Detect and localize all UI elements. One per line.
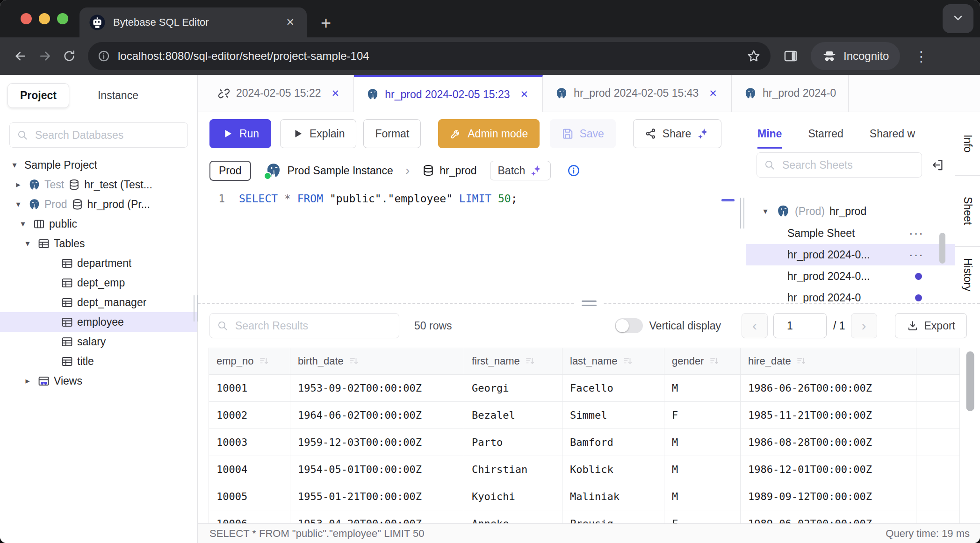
cell-first-name[interactable]: Anneke (464, 510, 562, 523)
cell-first-name[interactable]: Georgi (464, 375, 562, 401)
cell-gender[interactable]: F (664, 510, 741, 523)
cell-gender[interactable]: M (664, 429, 741, 456)
reload-button[interactable] (59, 46, 79, 66)
tree-item[interactable]: ▾ public (0, 214, 197, 234)
tree-caret-icon[interactable]: ▸ (12, 179, 24, 190)
page-number-input[interactable] (773, 313, 827, 338)
close-editor-tab-icon[interactable]: ✕ (330, 87, 342, 100)
tree-item[interactable]: ▾ Sample Project (0, 155, 197, 175)
rail-tab-info[interactable]: Info (955, 112, 980, 176)
format-button[interactable]: Format (363, 119, 421, 148)
close-editor-tab-icon[interactable]: ✕ (518, 88, 530, 101)
sheets-tab[interactable]: Mine (757, 128, 782, 149)
table-row[interactable]: 10006 1953-04-20T00:00:00Z Anneke Preusi… (209, 510, 980, 523)
cell-emp-no[interactable]: 10002 (209, 402, 290, 429)
rail-tab-sheet[interactable]: Sheet (955, 176, 980, 247)
rail-tab-history[interactable]: History (955, 247, 980, 303)
table-row[interactable]: 10005 1955-01-21T00:00:00Z Kyoichi Malin… (209, 483, 980, 510)
site-info-icon[interactable] (97, 50, 110, 63)
maximize-window-button[interactable] (57, 13, 68, 24)
tree-caret-icon[interactable]: ▾ (12, 199, 24, 209)
table-row[interactable]: 10001 1953-09-02T00:00:00Z Georgi Facell… (209, 375, 980, 402)
cell-last-name[interactable]: Maliniak (562, 483, 664, 510)
cell-birth-date[interactable]: 1959-12-03T00:00:00Z (290, 429, 464, 456)
panel-resize-handle[interactable] (740, 198, 744, 229)
cell-emp-no[interactable]: 10006 (209, 510, 290, 523)
sort-icon[interactable] (709, 356, 720, 367)
environment-chip[interactable]: Prod (209, 161, 251, 181)
export-button[interactable]: Export (895, 313, 967, 338)
cell-hire-date[interactable]: 1986-12-01T00:00:00Z (741, 456, 916, 483)
cell-gender[interactable]: F (664, 402, 741, 429)
new-tab-button[interactable]: + (316, 12, 336, 34)
tree-caret-icon[interactable]: ▸ (22, 376, 34, 386)
cell-gender[interactable]: M (664, 375, 741, 401)
address-bar[interactable]: localhost:8080/sql-editor/sheet/project-… (88, 42, 771, 70)
sidebar-resize-handle[interactable] (194, 295, 198, 322)
cell-last-name[interactable]: Facello (562, 375, 664, 401)
sql-editor[interactable]: 1 SELECT * FROM "public"."employee" LIMI… (198, 186, 746, 303)
table-row[interactable]: 10003 1959-12-03T00:00:00Z Parto Bamford… (209, 429, 980, 456)
cell-emp-no[interactable]: 10004 (209, 456, 290, 483)
column-header[interactable]: gender (664, 348, 741, 374)
sheet-item[interactable]: Sample Sheet ··· (746, 222, 955, 244)
batch-button[interactable]: Batch (490, 161, 551, 180)
panel-drag-handle[interactable] (576, 297, 603, 309)
share-button[interactable]: Share (633, 119, 721, 148)
editor-tab[interactable]: hr_prod 2024-02-05 15:23 ✕ (354, 75, 543, 112)
scrollbar-thumb[interactable] (966, 351, 974, 411)
browser-menu-button[interactable]: ⋮ (910, 48, 932, 64)
column-header[interactable]: emp_no (209, 348, 290, 374)
tree-item[interactable]: employee (0, 312, 197, 332)
sheets-tab[interactable]: Shared w (870, 128, 915, 149)
close-editor-tab-icon[interactable]: ✕ (707, 87, 719, 100)
sidebar-tab[interactable]: Instance (85, 83, 151, 108)
column-header[interactable]: first_name (464, 348, 562, 374)
cell-emp-no[interactable]: 10005 (209, 483, 290, 510)
table-row[interactable]: 10002 1964-06-02T00:00:00Z Bezalel Simme… (209, 402, 980, 429)
editor-tab[interactable]: hr_prod 2024-0 ✕ (732, 75, 849, 112)
next-page-button[interactable]: › (851, 313, 877, 338)
tree-caret-icon[interactable]: ▾ (8, 160, 21, 170)
table-scrollbar[interactable] (959, 348, 980, 523)
run-button[interactable]: Run (209, 119, 271, 148)
browser-tab[interactable]: Bytebase SQL Editor ✕ (79, 7, 307, 37)
tree-item[interactable]: dept_manager (0, 293, 197, 312)
tree-item[interactable]: dept_emp (0, 273, 197, 293)
sort-icon[interactable] (525, 356, 536, 367)
column-header[interactable]: hire_date (741, 348, 916, 374)
cell-hire-date[interactable]: 1986-08-28T00:00:00Z (741, 429, 916, 456)
sheet-item[interactable]: hr_prod 2024-0... (746, 265, 955, 287)
cell-emp-no[interactable]: 10001 (209, 375, 290, 401)
sort-icon[interactable] (259, 356, 270, 367)
prev-page-button[interactable]: ‹ (742, 313, 768, 338)
sheets-group-row[interactable]: ▾ (Prod) hr_prod (746, 200, 955, 222)
cell-hire-date[interactable]: 1985-11-21T00:00:00Z (741, 402, 916, 429)
close-tab-icon[interactable]: ✕ (283, 14, 297, 30)
cell-hire-date[interactable]: 1989-06-02T00:00:00Z (741, 510, 916, 523)
cell-last-name[interactable]: Koblick (562, 456, 664, 483)
cell-last-name[interactable]: Bamford (562, 429, 664, 456)
cell-last-name[interactable]: Simmel (562, 402, 664, 429)
sheets-tab[interactable]: Starred (808, 128, 843, 149)
cell-gender[interactable]: M (664, 456, 741, 483)
tree-item[interactable]: ▸ Views (0, 371, 197, 391)
close-window-button[interactable] (21, 13, 32, 24)
tree-caret-icon[interactable]: ▾ (17, 219, 29, 229)
cell-hire-date[interactable]: 1989-09-12T00:00:00Z (741, 483, 916, 510)
forward-button[interactable] (35, 46, 55, 66)
cell-first-name[interactable]: Kyoichi (464, 483, 562, 510)
cell-first-name[interactable]: Bezalel (464, 402, 562, 429)
instance-name[interactable]: Prod Sample Instance (288, 164, 393, 177)
import-sheet-icon[interactable] (930, 158, 944, 172)
sort-icon[interactable] (348, 356, 360, 367)
cell-emp-no[interactable]: 10003 (209, 429, 290, 456)
search-results-input[interactable] (209, 313, 399, 338)
admin-mode-button[interactable]: Admin mode (438, 119, 540, 148)
cell-first-name[interactable]: Chirstian (464, 456, 562, 483)
cell-last-name[interactable]: Preusig (562, 510, 664, 523)
column-header[interactable]: last_name (562, 348, 664, 374)
cell-gender[interactable]: M (664, 483, 741, 510)
sort-icon[interactable] (796, 356, 807, 367)
info-icon[interactable] (567, 164, 581, 178)
